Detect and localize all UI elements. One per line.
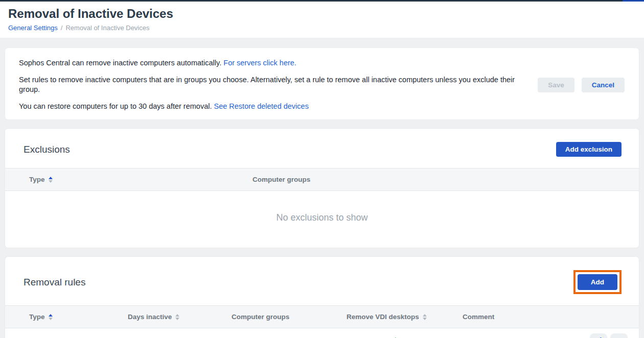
exclusions-column-computer-groups-label: Computer groups <box>252 176 310 183</box>
sort-icon[interactable] <box>423 314 427 320</box>
info-actions: Save Cancel <box>538 78 625 92</box>
intro-info-panel: Sophos Central can remove inactive compu… <box>5 48 639 119</box>
sort-desc-icon <box>49 180 53 183</box>
removal-rules-table-header: Type Days inactive Computer groups Remov… <box>5 305 639 328</box>
breadcrumb-current: Removal of Inactive Devices <box>65 24 149 32</box>
sort-asc-icon <box>49 314 53 317</box>
rules-column-computer-groups-label: Computer groups <box>232 313 289 321</box>
page-header: Removal of Inactive Devices General Sett… <box>0 2 644 38</box>
rules-column-remove-vdi: Remove VDI desktops <box>347 313 463 321</box>
edit-rule-button[interactable] <box>590 333 607 338</box>
table-row: Global 30 — ✕ <box>5 328 639 338</box>
exclusions-column-type: Type <box>29 176 252 183</box>
sort-desc-icon <box>175 318 179 320</box>
exclusions-column-computer-groups: Computer groups <box>252 176 639 183</box>
removal-rules-panel: Removal rules Add Type Days inactive Com… <box>5 257 639 338</box>
sort-asc-icon <box>423 314 427 317</box>
exclusions-table-header: Type Computer groups <box>5 168 639 191</box>
rules-column-days-inactive: Days inactive <box>128 313 232 321</box>
sort-asc-icon <box>175 314 179 317</box>
intro-text: Sophos Central can remove inactive compu… <box>19 58 519 111</box>
servers-link[interactable]: For servers click here. <box>223 59 296 67</box>
annotation-highlight-box: Add <box>573 270 622 294</box>
exclusions-empty-message: No exclusions to show <box>5 191 639 248</box>
page-title: Removal of Inactive Devices <box>8 7 636 21</box>
removal-rules-title: Removal rules <box>24 277 85 288</box>
breadcrumb-separator: / <box>61 24 63 32</box>
intro-paragraph-2: Set rules to remove inactive computers t… <box>19 75 519 94</box>
rules-column-comment: Comment <box>463 313 639 321</box>
rule-row-actions: ✕ <box>590 333 639 338</box>
sort-icon[interactable] <box>49 314 53 320</box>
breadcrumb: General Settings/Removal of Inactive Dev… <box>8 24 636 32</box>
top-bar-accent <box>623 0 644 2</box>
sort-icon[interactable] <box>175 314 179 320</box>
rules-column-type-label: Type <box>29 313 45 321</box>
save-button[interactable]: Save <box>538 78 574 92</box>
exclusions-title: Exclusions <box>24 144 70 155</box>
rules-column-computer-groups: Computer groups <box>232 313 347 321</box>
intro-paragraph-3: You can restore computers for up to 30 d… <box>19 102 519 111</box>
restore-deleted-devices-link[interactable]: See Restore deleted devices <box>214 102 309 110</box>
exclusions-header: Exclusions Add exclusion <box>5 129 639 168</box>
rules-column-type: Type <box>29 313 128 321</box>
intro-paragraph-3-text: You can restore computers for up to 30 d… <box>19 102 214 110</box>
exclusions-panel: Exclusions Add exclusion Type Computer g… <box>5 129 639 248</box>
intro-paragraph-1: Sophos Central can remove inactive compu… <box>19 58 519 68</box>
sort-desc-icon <box>49 318 53 320</box>
breadcrumb-link-general-settings[interactable]: General Settings <box>8 24 58 32</box>
sort-icon[interactable] <box>49 177 53 183</box>
delete-rule-button[interactable]: ✕ <box>610 333 628 338</box>
top-window-bar <box>0 0 644 2</box>
rules-column-days-inactive-label: Days inactive <box>128 313 172 321</box>
cancel-button[interactable]: Cancel <box>582 78 625 92</box>
sort-desc-icon <box>423 318 427 320</box>
rules-column-comment-label: Comment <box>463 313 494 321</box>
add-rule-button[interactable]: Add <box>578 274 617 290</box>
rules-column-remove-vdi-label: Remove VDI desktops <box>347 313 419 321</box>
sort-asc-icon <box>49 177 53 179</box>
removal-rules-header: Removal rules Add <box>5 257 639 305</box>
intro-paragraph-1-text: Sophos Central can remove inactive compu… <box>19 59 223 67</box>
exclusions-column-type-label: Type <box>29 176 45 183</box>
add-exclusion-button[interactable]: Add exclusion <box>556 142 622 157</box>
